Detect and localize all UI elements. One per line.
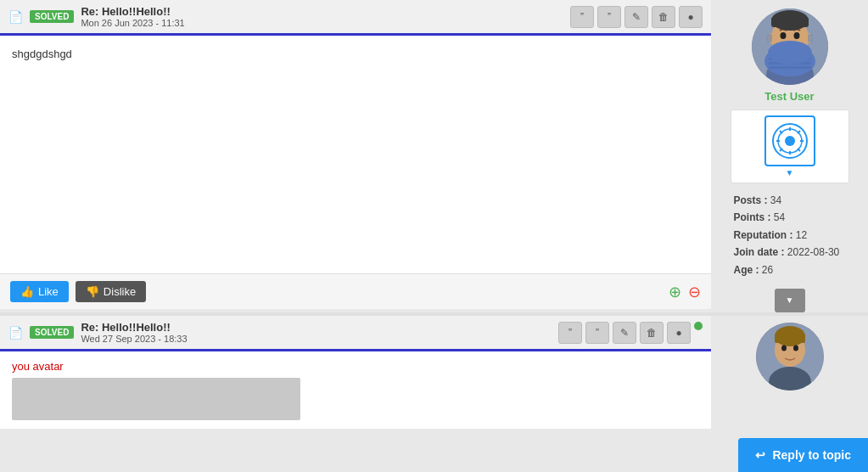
- delete-btn-2[interactable]: 🗑: [640, 322, 664, 344]
- post-2-content: 📄 SOLVED Re: Hello!!Hello!! Wed 27 Sep 2…: [0, 316, 711, 429]
- svg-point-7: [780, 32, 786, 39]
- post-1-body: shgdgdshgd: [0, 36, 711, 273]
- post-1-row: 📄 SOLVED Re: Hello!!Hello!! Mon 26 Jun 2…: [0, 0, 868, 312]
- badge-dropdown-arrow[interactable]: ▼: [786, 168, 794, 177]
- thumb-up-icon: 👍: [20, 285, 34, 298]
- post-1: 📄 SOLVED Re: Hello!!Hello!! Mon 26 Jun 2…: [0, 0, 711, 309]
- dislike-label: Dislike: [104, 285, 136, 298]
- post-1-sidebar: Test User: [711, 0, 868, 312]
- stat-posts: Posts : 34: [734, 192, 846, 209]
- svg-rect-16: [808, 34, 813, 42]
- avatar-2-svg: [756, 323, 824, 391]
- svg-point-34: [793, 346, 798, 351]
- user-avatar: [752, 8, 828, 85]
- post-2-body: you avatar: [0, 351, 711, 429]
- expand-arrow-icon: ▼: [786, 295, 794, 305]
- reply-label: Reply to topic: [772, 448, 851, 462]
- you-avatar-text: you avatar: [12, 360, 699, 373]
- reputation-value: 12: [796, 229, 807, 241]
- post-2-date: Wed 27 Sep 2023 - 18:33: [81, 334, 187, 344]
- post-1-title: Re: Hello!!Hello!!: [81, 5, 184, 18]
- svg-point-19: [785, 136, 795, 146]
- expand-user-info-button[interactable]: ▼: [775, 289, 805, 312]
- join-label: Join date :: [734, 246, 787, 258]
- post-1-title-wrap: Re: Hello!!Hello!! Mon 26 Jun 2023 - 11:…: [81, 5, 184, 28]
- like-label: Like: [38, 285, 59, 298]
- add-reaction-icon[interactable]: ⊕: [669, 283, 681, 301]
- reply-to-topic-button[interactable]: ↩ Reply to topic: [738, 438, 868, 472]
- quote-btn-1[interactable]: ”: [570, 6, 594, 28]
- stat-join: Join date : 2022-08-30: [734, 244, 846, 261]
- quote2-btn-1[interactable]: ”: [597, 6, 621, 28]
- svg-rect-32: [775, 334, 805, 343]
- post-1-content: 📄 SOLVED Re: Hello!!Hello!! Mon 26 Jun 2…: [0, 0, 711, 312]
- post-1-header: 📄 SOLVED Re: Hello!!Hello!! Mon 26 Jun 2…: [0, 0, 711, 36]
- stat-age: Age : 26: [734, 261, 846, 278]
- online-status-dot: [694, 322, 703, 330]
- edit-btn-2[interactable]: ✎: [613, 322, 636, 344]
- post-2-row: 📄 SOLVED Re: Hello!!Hello!! Wed 27 Sep 2…: [0, 316, 868, 429]
- badge-svg: [771, 122, 809, 160]
- avatar-container: [711, 0, 868, 90]
- posts-label: Posts :: [734, 194, 770, 206]
- reply-arrow-icon: ↩: [755, 448, 765, 462]
- avatar-svg: [752, 8, 828, 85]
- username: Test User: [764, 90, 814, 103]
- post-1-footer: 👍 Like 👎 Dislike ⊕ ⊖: [0, 273, 711, 309]
- svg-point-8: [793, 32, 799, 39]
- doc-icon: 📄: [8, 10, 23, 24]
- post-2-title-wrap: Re: Hello!!Hello!! Wed 27 Sep 2023 - 18:…: [81, 321, 187, 344]
- post-2-sidebar: [711, 316, 868, 429]
- solved-badge-1: SOLVED: [30, 10, 74, 23]
- quote2-btn-2[interactable]: ”: [585, 322, 609, 344]
- avatar-image-placeholder: [12, 378, 300, 420]
- solved-badge-2: SOLVED: [30, 326, 74, 339]
- join-value: 2022-08-30: [787, 246, 839, 258]
- remove-reaction-icon[interactable]: ⊖: [688, 283, 701, 301]
- user-avatar-2: [756, 323, 824, 391]
- dislike-button[interactable]: 👎 Dislike: [76, 281, 146, 302]
- delete-btn-1[interactable]: 🗑: [652, 6, 675, 28]
- points-value: 54: [774, 211, 785, 223]
- post-1-date: Mon 26 Jun 2023 - 11:31: [81, 18, 184, 28]
- report-btn-1[interactable]: ●: [679, 6, 703, 28]
- post-1-actions: ” ” ✎ 🗑 ●: [570, 6, 703, 28]
- post-1-text: shgdgdshgd: [12, 48, 72, 60]
- points-label: Points :: [734, 211, 774, 223]
- quote-btn-2[interactable]: ”: [558, 322, 582, 344]
- posts-value: 34: [770, 194, 781, 206]
- age-value: 26: [762, 264, 773, 276]
- svg-point-33: [781, 346, 787, 351]
- svg-rect-15: [767, 34, 772, 42]
- stat-reputation: Reputation : 12: [734, 227, 846, 244]
- reaction-icons: ⊕ ⊖: [669, 283, 701, 301]
- reputation-label: Reputation :: [734, 229, 796, 241]
- report-btn-2[interactable]: ●: [667, 322, 691, 344]
- like-button[interactable]: 👍 Like: [10, 281, 69, 302]
- post-2: 📄 SOLVED Re: Hello!!Hello!! Wed 27 Sep 2…: [0, 316, 711, 429]
- svg-point-10: [768, 41, 812, 65]
- post-2-actions: ” ” ✎ 🗑 ●: [558, 322, 703, 344]
- thumb-down-icon: 👎: [86, 285, 99, 298]
- svg-rect-5: [769, 66, 811, 69]
- doc-icon-2: 📄: [8, 326, 23, 340]
- user-badge-icon: [764, 115, 815, 166]
- user-badge-container: ▼: [731, 110, 849, 183]
- post-2-title: Re: Hello!!Hello!!: [81, 321, 187, 334]
- age-label: Age :: [734, 264, 762, 276]
- user-stats: Posts : 34 Points : 54 Reputation : 12 J…: [731, 187, 849, 284]
- edit-btn-1[interactable]: ✎: [624, 6, 648, 28]
- post-2-header: 📄 SOLVED Re: Hello!!Hello!! Wed 27 Sep 2…: [0, 316, 711, 351]
- svg-rect-12: [771, 17, 809, 27]
- stat-points: Points : 54: [734, 209, 846, 226]
